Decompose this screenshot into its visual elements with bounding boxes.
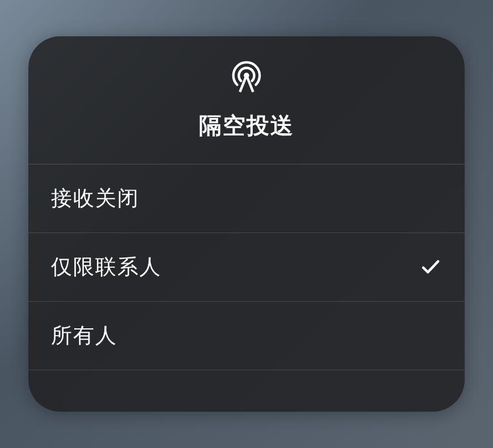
option-receiving-off[interactable]: 接收关闭 — [28, 164, 465, 233]
option-label: 所有人 — [51, 322, 117, 350]
option-everyone[interactable]: 所有人 — [28, 302, 465, 370]
airdrop-icon — [229, 59, 264, 94]
panel-header: 隔空投送 — [28, 36, 465, 164]
panel-title: 隔空投送 — [199, 110, 294, 141]
airdrop-settings-panel: 隔空投送 接收关闭 仅限联系人 所有人 — [28, 36, 465, 412]
option-label: 接收关闭 — [51, 184, 139, 213]
option-contacts-only[interactable]: 仅限联系人 — [28, 233, 465, 302]
option-label: 仅限联系人 — [51, 253, 162, 281]
option-list: 接收关闭 仅限联系人 所有人 — [28, 164, 465, 370]
checkmark-icon — [419, 256, 442, 278]
